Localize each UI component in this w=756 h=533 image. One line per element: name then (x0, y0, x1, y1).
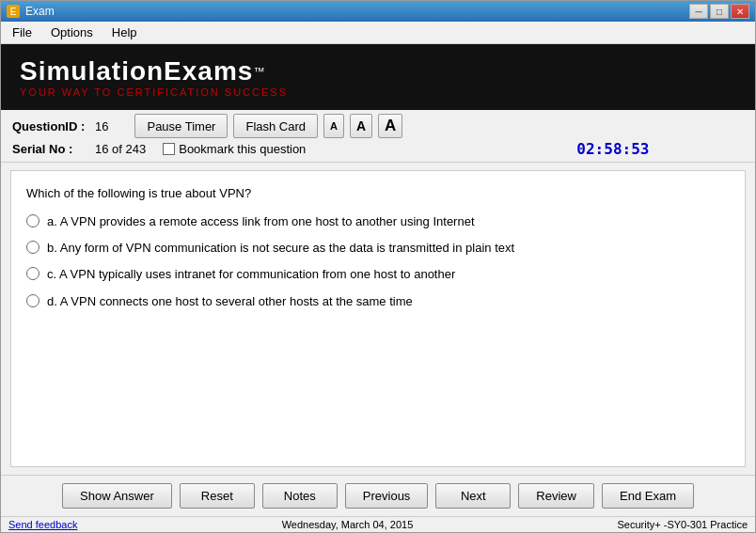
bookmark-checkbox[interactable] (163, 143, 175, 155)
logo-tm: ™ (253, 65, 264, 78)
question-id-row: QuestionID : 16 Pause Timer Flash Card A… (12, 114, 649, 138)
menu-file[interactable]: File (5, 24, 39, 41)
option-c-text: c. A VPN typically uses intranet for com… (47, 266, 455, 283)
info-left: QuestionID : 16 Pause Timer Flash Card A… (12, 114, 649, 158)
notes-button[interactable]: Notes (262, 483, 338, 509)
bookmark-label: Bookmark this question (179, 142, 306, 156)
status-exam: Security+ -SY0-301 Practice (618, 519, 748, 530)
reset-button[interactable]: Reset (180, 483, 255, 509)
option-b-row[interactable]: b. Any form of VPN communication is not … (26, 240, 730, 257)
option-c-row[interactable]: c. A VPN typically uses intranet for com… (26, 266, 730, 283)
status-bar: Send feedback Wednesday, March 04, 2015 … (1, 516, 755, 532)
status-date: Wednesday, March 04, 2015 (282, 519, 414, 530)
option-d-text: d. A VPN connects one host to several ot… (47, 293, 413, 310)
logo: SimulationExams™ YOUR WAY TO CERTIFICATI… (20, 56, 288, 98)
question-id-label: QuestionID : (12, 119, 87, 133)
close-button[interactable]: ✕ (731, 4, 749, 19)
option-d-row[interactable]: d. A VPN connects one host to several ot… (26, 293, 730, 310)
title-bar: E Exam ─ □ ✕ (1, 1, 755, 22)
option-a-text: a. A VPN provides a remote access link f… (47, 213, 475, 230)
question-text: Which of the following is true about VPN… (26, 186, 730, 200)
menubar: File Options Help (1, 22, 755, 44)
option-b-radio[interactable] (26, 241, 39, 254)
pause-timer-button[interactable]: Pause Timer (134, 114, 228, 138)
window-title: Exam (25, 5, 55, 18)
send-feedback-link[interactable]: Send feedback (8, 519, 77, 530)
option-d-radio[interactable] (26, 294, 39, 307)
font-medium-button[interactable]: A (350, 114, 372, 138)
minimize-button[interactable]: ─ (689, 4, 708, 19)
app-icon: E (7, 5, 20, 18)
logo-main-text: SimulationExams (20, 56, 253, 86)
previous-button[interactable]: Previous (345, 483, 429, 509)
menu-help[interactable]: Help (104, 24, 145, 41)
question-area: Which of the following is true about VPN… (10, 170, 746, 467)
review-button[interactable]: Review (518, 483, 594, 509)
option-b-text: b. Any form of VPN communication is not … (47, 240, 514, 257)
next-button[interactable]: Next (435, 483, 511, 509)
logo-main-line: SimulationExams™ (20, 56, 288, 86)
title-bar-left: E Exam (7, 5, 55, 18)
footer-buttons: Show Answer Reset Notes Previous Next Re… (1, 475, 755, 516)
timer-display: 02:58:53 (576, 140, 649, 158)
serial-label: Serial No : (12, 142, 87, 156)
question-id-value: 16 (95, 119, 108, 133)
title-bar-controls: ─ □ ✕ (689, 4, 749, 19)
serial-row: Serial No : 16 of 243 Bookmark this ques… (12, 140, 649, 158)
logo-sub: YOUR WAY TO CERTIFICATION SUCCESS (20, 86, 288, 98)
toolbar-buttons: Pause Timer Flash Card A A A (134, 114, 402, 138)
bookmark-row: Bookmark this question (163, 142, 306, 156)
show-answer-button[interactable]: Show Answer (62, 483, 172, 509)
option-a-radio[interactable] (26, 214, 39, 227)
flash-card-button[interactable]: Flash Card (233, 114, 318, 138)
info-bar: QuestionID : 16 Pause Timer Flash Card A… (1, 110, 755, 163)
maximize-button[interactable]: □ (710, 4, 729, 19)
menu-options[interactable]: Options (43, 24, 101, 41)
font-large-button[interactable]: A (378, 114, 402, 138)
font-small-button[interactable]: A (323, 114, 344, 138)
option-a-row[interactable]: a. A VPN provides a remote access link f… (26, 213, 730, 230)
logo-sub-before: YOUR WAY TO CERTIFICATION (20, 86, 225, 98)
option-c-radio[interactable] (26, 267, 39, 280)
main-window: E Exam ─ □ ✕ File Options Help Simulatio… (0, 0, 756, 533)
serial-value: 16 of 243 (95, 142, 146, 156)
logo-sub-highlight: SUCCESS (225, 86, 288, 98)
header-banner: SimulationExams™ YOUR WAY TO CERTIFICATI… (1, 44, 755, 110)
end-exam-button[interactable]: End Exam (602, 483, 694, 509)
